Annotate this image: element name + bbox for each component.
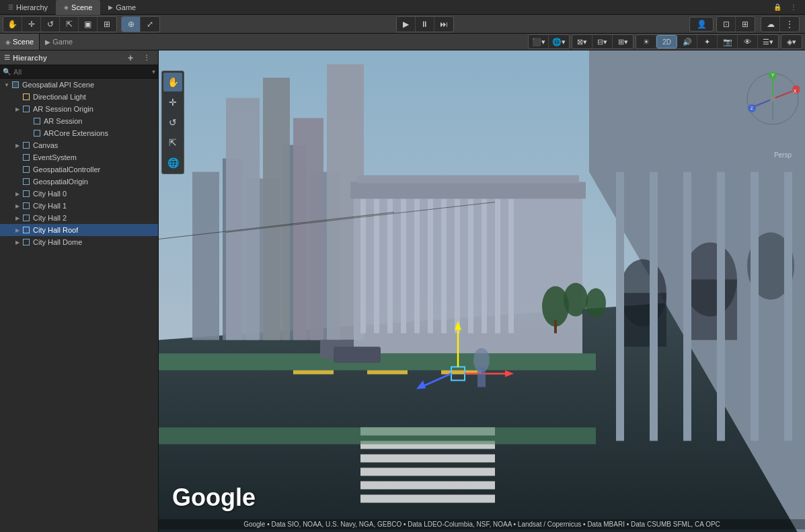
svg-text:Y: Y (771, 73, 775, 77)
persp-btn[interactable]: ◈▾ (781, 35, 802, 48)
hierarchy-item-city-hall-roof[interactable]: ▶ City Hall Roof (0, 224, 158, 236)
hierarchy-add-btn[interactable]: + (123, 51, 138, 65)
scene-tab-btn[interactable]: ◈ Scene (0, 34, 40, 50)
hierarchy-more-btn[interactable]: ⋮ (139, 51, 154, 65)
hierarchy-item-city-hall-1[interactable]: ▶ City Hall 1 (0, 200, 158, 212)
pause-btn[interactable]: ⏸ (416, 17, 434, 32)
svg-rect-28 (619, 293, 666, 347)
svg-rect-9 (293, 118, 323, 340)
tab-game[interactable]: ▶ Game (100, 0, 144, 15)
transform-tool[interactable]: ⊞ (98, 17, 116, 32)
scene-shader-btn[interactable]: ⬛▾ (529, 35, 549, 48)
svg-rect-45 (159, 428, 596, 445)
step-btn[interactable]: ⏭ (434, 17, 453, 32)
svg-rect-21 (482, 199, 487, 334)
scale-tool[interactable]: ⇱ (60, 17, 79, 32)
svg-rect-47 (367, 371, 408, 375)
layers-btn[interactable]: ⊡ (717, 17, 736, 32)
lock-btn[interactable]: 🔒 (770, 1, 785, 14)
svg-rect-32 (616, 172, 624, 441)
hand-tool[interactable]: ✋ (3, 17, 22, 32)
expand-ch2[interactable]: ▶ (13, 214, 22, 222)
rotate-tool[interactable]: ↺ (41, 17, 60, 32)
scene-gizmo-btn[interactable]: ⊞▾ (613, 35, 633, 48)
hierarchy-item-geospatial-scene[interactable]: ▼ Geospatial API Scene (0, 79, 158, 91)
scene-view[interactable]: ✋ ✛ ↺ ⇱ 🌐 X Y Z (159, 50, 805, 532)
2d-btn[interactable]: 2D (656, 35, 677, 48)
hierarchy-item-ar-session[interactable]: AR Session (0, 115, 158, 127)
game-tab-btn[interactable]: ▶ Game (40, 34, 78, 50)
scene-snap-btn[interactable]: ⊠▾ (572, 35, 592, 48)
camera-btn[interactable]: 📷 (718, 35, 738, 48)
rotate-tool-btn[interactable]: ↺ (163, 113, 182, 132)
search-bar: 🔍 ▾ (0, 65, 158, 79)
hierarchy-item-directional-light[interactable]: Directional Light (0, 91, 158, 103)
tool-group-left: ✋ ✛ ↺ ⇱ ▣ ⊞ (3, 16, 117, 32)
hierarchy-actions: + ⋮ (123, 51, 154, 65)
crosshair-tool-btn[interactable]: ✛ (163, 93, 182, 112)
light-btn[interactable]: ☀ (636, 35, 656, 48)
expand-roof[interactable]: ▶ (13, 226, 22, 234)
hierarchy-item-city-hall-dome[interactable]: ▶ City Hall Dome (0, 236, 158, 248)
svg-rect-14 (387, 199, 393, 334)
globe-tool-btn[interactable]: 🌐 (163, 153, 182, 172)
no-arrow2 (24, 117, 32, 125)
svg-rect-17 (428, 199, 433, 334)
view-group: ⊡ ⊞ (716, 16, 755, 32)
expand-arrow-ar[interactable]: ▶ (13, 105, 22, 113)
global-btn[interactable]: ⤢ (141, 17, 159, 32)
no-arrow (13, 93, 22, 101)
hierarchy-item-canvas[interactable]: ▶ Canvas (0, 139, 158, 151)
more2-btn[interactable]: ⋮ (780, 17, 799, 32)
center-btn[interactable]: ⊕ (122, 17, 141, 32)
hierarchy-icon: ☰ (4, 54, 10, 61)
hierarchy-item-city-hall-0[interactable]: ▶ City Hall 0 (0, 188, 158, 200)
fx-btn[interactable]: ✦ (697, 35, 718, 48)
svg-rect-13 (374, 199, 379, 334)
tab-hierarchy[interactable]: ☰ Hierarchy (0, 0, 56, 15)
expand-arrow-canvas[interactable]: ▶ (13, 141, 22, 149)
search-input[interactable] (13, 68, 149, 76)
hierarchy-item-arcore-ext[interactable]: ARCore Extensions (0, 127, 158, 139)
tab-scene[interactable]: ◈ Scene (56, 0, 100, 15)
scene-snap-group: ⊠▾ ⊟▾ ⊞▾ (572, 34, 634, 49)
account-btn[interactable]: 👤 (689, 17, 714, 32)
gizmo-container[interactable]: X Y Z Persp (746, 72, 800, 126)
rect-tool[interactable]: ▣ (79, 17, 98, 32)
svg-rect-42 (360, 482, 495, 490)
expand-dome[interactable]: ▶ (13, 238, 22, 246)
hierarchy-item-ar-session-origin[interactable]: ▶ AR Session Origin (0, 103, 158, 115)
more-btn[interactable]: ⋮ (786, 1, 801, 14)
unity-toolbar: ✋ ✛ ↺ ⇱ ▣ ⊞ ⊕ ⤢ ▶ ⏸ ⏭ 👤 ⊡ ⊞ ☁ ⋮ (0, 15, 805, 34)
expand-ch1[interactable]: ▶ (13, 202, 22, 210)
svg-rect-40 (360, 455, 495, 463)
scene-globe-btn[interactable]: 🌐▾ (549, 35, 569, 48)
eye-btn[interactable]: 👁 (738, 35, 758, 48)
layers-drop[interactable]: ☰▾ (758, 35, 778, 48)
attribution-bar: Google • Data SIO, NOAA, U.S. Navy, NGA,… (159, 519, 805, 529)
play-btn[interactable]: ▶ (397, 17, 416, 32)
expand-ch0[interactable]: ▶ (13, 190, 22, 198)
svg-rect-2 (192, 172, 219, 340)
hierarchy-item-geospatial-ctrl[interactable]: GeospatialController (0, 163, 158, 176)
roof-icon (22, 225, 31, 235)
svg-rect-22 (495, 199, 500, 334)
main-area: ☰ Hierarchy + ⋮ 🔍 ▾ ▼ Geospatial API Sce… (0, 50, 805, 532)
all-dropdown[interactable]: ▾ (152, 68, 155, 75)
hierarchy-item-city-hall-2[interactable]: ▶ City Hall 2 (0, 212, 158, 224)
hierarchy-header: ☰ Hierarchy + ⋮ (0, 50, 158, 65)
move-tool[interactable]: ✛ (22, 17, 41, 32)
svg-rect-12 (360, 199, 366, 334)
hierarchy-item-geospatial-origin[interactable]: GeospatialOrigin (0, 176, 158, 188)
hierarchy-item-eventsystem[interactable]: EventSystem (0, 151, 158, 163)
ar-origin-icon (22, 104, 31, 114)
top-bar-right: 🔒 ⋮ (770, 1, 805, 14)
hand-tool-btn[interactable]: ✋ (163, 73, 182, 91)
persp-group: ◈▾ (781, 34, 802, 49)
sfx-btn[interactable]: 🔊 (677, 35, 697, 48)
layout-btn[interactable]: ⊞ (736, 17, 755, 32)
scale-tool-btn[interactable]: ⇱ (163, 133, 182, 152)
collab-btn[interactable]: ☁ (761, 17, 780, 32)
scene-grid-btn[interactable]: ⊟▾ (592, 35, 613, 48)
expand-arrow[interactable]: ▼ (3, 81, 11, 89)
